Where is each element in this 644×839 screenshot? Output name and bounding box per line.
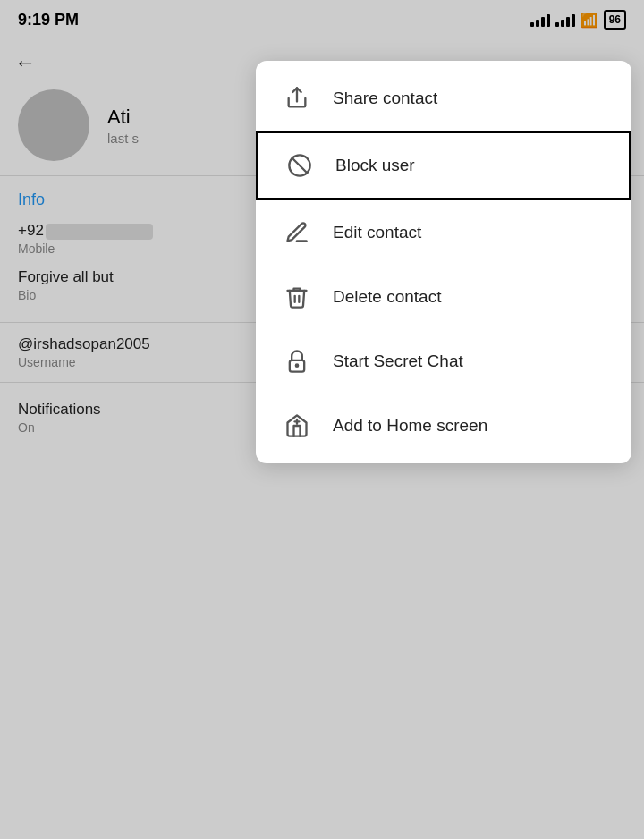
svg-point-5 — [296, 365, 298, 367]
block-icon — [284, 149, 316, 182]
lock-icon — [281, 345, 313, 377]
menu-item-delete-contact[interactable]: Delete contact — [256, 265, 631, 329]
menu-label-home: Add to Home screen — [333, 416, 487, 436]
menu-item-secret-chat[interactable]: Start Secret Chat — [256, 329, 631, 394]
menu-item-home-screen[interactable]: Add to Home screen — [256, 394, 631, 458]
svg-line-2 — [292, 158, 307, 173]
share-icon — [281, 82, 313, 114]
menu-label-delete: Delete contact — [333, 287, 441, 307]
delete-icon — [281, 281, 313, 313]
menu-item-block-user[interactable]: Block user — [256, 131, 631, 200]
menu-item-share-contact[interactable]: Share contact — [256, 66, 631, 131]
menu-label-edit: Edit contact — [333, 223, 421, 242]
menu-label-share: Share contact — [333, 89, 437, 108]
home-add-icon — [281, 410, 313, 442]
menu-label-block: Block user — [335, 156, 415, 175]
menu-label-secret: Start Secret Chat — [333, 352, 463, 371]
context-menu: Share contact Block user Edit contact — [256, 61, 631, 463]
menu-item-edit-contact[interactable]: Edit contact — [256, 200, 631, 265]
edit-icon — [281, 216, 313, 249]
